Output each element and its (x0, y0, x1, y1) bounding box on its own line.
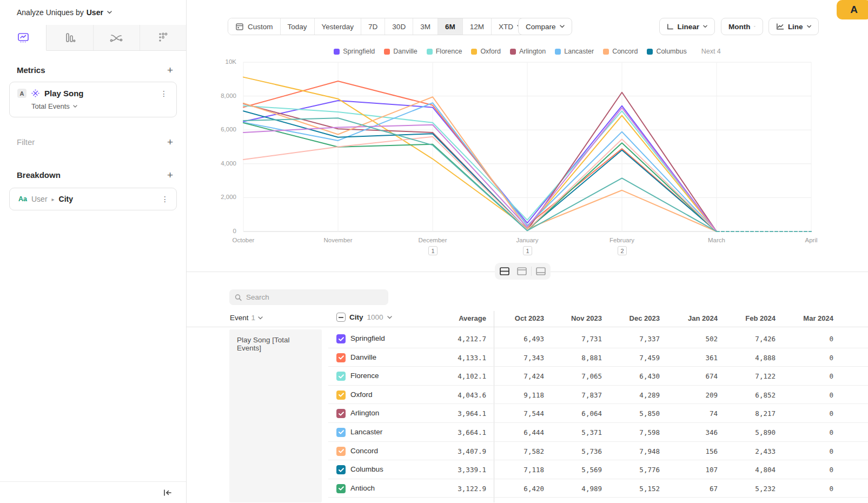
date-range-today[interactable]: Today (281, 18, 315, 35)
legend-item-arlington[interactable]: Arlington (510, 48, 546, 55)
date-range-yesterday[interactable]: Yesterday (315, 18, 362, 35)
metric-aggregation-dropdown[interactable]: Total Events (31, 102, 170, 110)
metric-event-name[interactable]: Play Song (44, 89, 154, 98)
average-column-header[interactable]: Average (410, 314, 486, 322)
row-checkbox[interactable] (336, 484, 346, 493)
row-value: 7,343 (486, 354, 544, 362)
month-column-header[interactable]: Jan 2024 (660, 314, 718, 322)
event-column-header[interactable]: Event 1 (230, 314, 263, 322)
row-value: 5,152 (602, 485, 660, 493)
row-value: 4,989 (544, 485, 602, 493)
month-column-header[interactable]: Oct 2023 (486, 314, 544, 322)
analysis-entity-dropdown[interactable]: User (87, 8, 103, 17)
date-range-custom[interactable]: Custom (228, 18, 281, 35)
row-checkbox[interactable] (336, 334, 346, 343)
city-column-header[interactable]: City 1000 (336, 313, 392, 322)
row-value: 67 (660, 485, 718, 493)
date-range-3m[interactable]: 3M (413, 18, 438, 35)
table-search[interactable] (229, 289, 388, 305)
row-checkbox[interactable] (336, 447, 346, 456)
annotation-badge[interactable]: 1 (428, 246, 438, 255)
chevron-down-icon (73, 105, 77, 108)
row-value: 0 (776, 485, 833, 493)
row-value: 7,837 (544, 391, 602, 399)
interval-dropdown[interactable]: Month (721, 18, 763, 35)
row-checkbox[interactable] (336, 391, 346, 400)
breakdown-kebab-menu[interactable]: ⋮ (159, 195, 171, 203)
breakdown-card[interactable]: Aa User ▸ City ⋮ (9, 188, 177, 210)
metric-card[interactable]: A Play Song ⋮ Total Events (9, 82, 177, 117)
chevron-down-icon[interactable] (107, 11, 112, 14)
annotation-badge[interactable]: 2 (618, 246, 627, 255)
month-column-header[interactable]: Nov 2023 (544, 314, 602, 322)
legend-item-florence[interactable]: Florence (427, 48, 462, 55)
date-range-7d[interactable]: 7D (361, 18, 385, 35)
x-tick-label: October (216, 237, 270, 243)
corner-widget[interactable]: A (837, 0, 868, 19)
chart-section: CustomTodayYesterday7D30D3M6M12MXTD Comp… (187, 0, 868, 272)
add-breakdown-button[interactable]: + (167, 170, 173, 180)
add-filter-button[interactable]: + (167, 137, 173, 147)
legend-item-concord[interactable]: Concord (603, 48, 638, 55)
tab-flows[interactable] (94, 25, 140, 50)
legend-item-springfield[interactable]: Springfield (334, 48, 375, 55)
chart-type-dropdown[interactable]: Line (768, 18, 819, 35)
scale-dropdown[interactable]: Linear (659, 18, 715, 35)
tab-funnels[interactable] (47, 25, 93, 50)
row-average: 4,212.7 (410, 335, 486, 343)
row-value: 4,888 (718, 354, 776, 362)
string-property-icon: Aa (18, 195, 27, 203)
row-value: 156 (660, 447, 718, 455)
table-only-view-icon (535, 267, 546, 276)
metric-kebab-menu[interactable]: ⋮ (158, 89, 170, 98)
table-only-view-toggle[interactable] (533, 264, 549, 278)
chevron-down-icon (258, 316, 263, 320)
month-column-header[interactable]: Mar 2024 (776, 314, 833, 322)
legend-item-lancaster[interactable]: Lancaster (555, 48, 594, 55)
check-icon (339, 486, 344, 491)
analysis-header-prefix: Analyze Uniques by (17, 8, 84, 17)
annotation-badge[interactable]: 1 (523, 246, 532, 255)
row-value: 7,582 (486, 447, 544, 455)
row-checkbox[interactable] (336, 409, 346, 418)
add-metric-button[interactable]: + (167, 65, 173, 75)
breakdown-table-section: Event 1 City 1000 Average Oct 2023Nov 20… (187, 272, 868, 502)
row-value: 5,736 (544, 447, 602, 455)
row-average: 4,133.1 (410, 354, 486, 362)
month-column-header[interactable]: Dec 2023 (602, 314, 660, 322)
row-city-label: Oxford (350, 391, 373, 399)
tab-retention[interactable] (140, 25, 186, 50)
row-value: 7,459 (602, 354, 660, 362)
legend-overflow[interactable]: Next 4 (701, 48, 721, 55)
select-all-checkbox[interactable] (336, 313, 346, 322)
date-range-6m[interactable]: 6M (438, 18, 463, 35)
split-view-toggle[interactable] (496, 264, 513, 278)
date-range-30d[interactable]: 30D (385, 18, 413, 35)
search-input[interactable] (246, 293, 383, 301)
legend-item-oxford[interactable]: Oxford (471, 48, 501, 55)
chevron-down-icon (754, 25, 756, 28)
tab-insights[interactable] (0, 25, 47, 51)
row-checkbox[interactable] (336, 372, 346, 381)
row-checkbox[interactable] (336, 353, 346, 362)
legend-label: Oxford (480, 48, 501, 55)
row-value: 0 (776, 354, 833, 362)
row-value: 6,064 (544, 409, 602, 418)
legend-item-columbus[interactable]: Columbus (647, 48, 686, 55)
date-range-12m[interactable]: 12M (463, 18, 492, 35)
linear-scale-icon (667, 23, 673, 30)
x-tick-label: April (784, 237, 838, 243)
insights-app: Analyze Uniques by User (0, 0, 868, 503)
chart-only-view-toggle[interactable] (514, 264, 530, 278)
analysis-header: Analyze Uniques by User (0, 0, 186, 25)
row-checkbox[interactable] (336, 465, 346, 474)
month-column-header[interactable]: Feb 2024 (718, 314, 776, 322)
collapse-sidebar-icon[interactable] (163, 489, 172, 497)
legend-item-danville[interactable]: Danville (384, 48, 417, 55)
row-value: 5,890 (718, 428, 776, 436)
compare-button[interactable]: Compare (518, 18, 572, 35)
check-icon (339, 449, 344, 453)
line-chart[interactable]: 02,0004,0006,0008,00010K OctoberNovember… (187, 58, 868, 245)
row-checkbox[interactable] (336, 428, 346, 437)
check-icon (339, 337, 344, 341)
